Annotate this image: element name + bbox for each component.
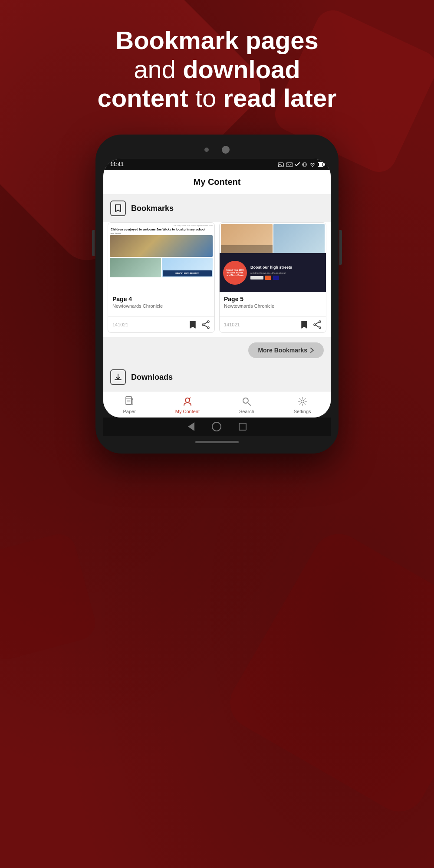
- svg-rect-3: [303, 163, 306, 166]
- card-2-footer: 141021: [220, 316, 326, 332]
- svg-rect-0: [278, 163, 283, 167]
- nav-item-my-content[interactable]: My Content: [175, 396, 200, 414]
- share-icon: [202, 320, 210, 329]
- phone-top-bar: [103, 142, 331, 159]
- app-title: My Content: [194, 177, 241, 187]
- bookmark-filled-icon-2: [301, 320, 308, 329]
- cards-grid: The Body Coach visits school to promote …: [103, 222, 331, 337]
- card-1-bookmark-btn[interactable]: [188, 320, 197, 329]
- more-bookmarks-wrapper: More Bookmarks: [103, 337, 331, 363]
- gear-icon: [298, 397, 307, 406]
- card-2-share-btn[interactable]: [313, 320, 322, 329]
- nav-paper-label: Paper: [123, 409, 135, 414]
- bookmark-card-1[interactable]: The Body Coach visits school to promote …: [108, 222, 215, 333]
- card-2-pub: Newtownards Chronicle: [224, 303, 322, 309]
- paper-icon: [125, 396, 134, 407]
- nav-settings-label: Settings: [294, 409, 311, 414]
- nav-my-content-label: My Content: [175, 409, 200, 414]
- status-icons: [278, 162, 324, 167]
- card-1-share-btn[interactable]: [201, 320, 210, 329]
- phone-wrapper: 11:41: [0, 135, 434, 454]
- more-bookmarks-label: More Bookmarks: [258, 347, 307, 354]
- bookmark-card-2[interactable]: Spend your £100 voucher in Ards and Nort…: [219, 222, 326, 333]
- bottom-nav: Paper My Content: [103, 391, 331, 418]
- headline-line3-bold2: read later: [223, 84, 336, 112]
- card-1-info: Page 4 Newtownards Chronicle: [108, 292, 214, 312]
- card-1-page: Page 4: [112, 296, 210, 302]
- svg-line-8: [204, 325, 207, 327]
- home-indicator: [195, 441, 239, 443]
- status-check-icon: [295, 162, 300, 167]
- nav-item-paper[interactable]: Paper: [123, 396, 135, 414]
- nav-item-search[interactable]: Search: [239, 396, 254, 414]
- svg-line-17: [248, 403, 251, 406]
- svg-line-12: [316, 322, 319, 324]
- nav-search-icon: [241, 396, 252, 407]
- nav-paper-icon: [124, 396, 135, 407]
- status-wifi-icon: [309, 162, 316, 167]
- card-2-date: 141021: [224, 322, 240, 327]
- phone-home-bar: [103, 418, 331, 436]
- bookmarks-section-header: Bookmarks: [103, 194, 331, 222]
- phone-bottom: [103, 436, 331, 446]
- card-1-footer: 141021: [108, 316, 214, 332]
- card-2-page: Page 5: [224, 296, 322, 302]
- app-header: My Content: [103, 170, 331, 194]
- svg-point-9: [319, 321, 321, 322]
- nav-settings-icon: [297, 396, 308, 407]
- card-1-date: 141021: [112, 322, 128, 327]
- svg-line-7: [204, 322, 207, 324]
- bookmark-icon: [115, 204, 122, 213]
- bookmark-filled-icon: [189, 320, 196, 329]
- bookmark-section-icon: [110, 201, 126, 216]
- svg-point-5: [202, 324, 204, 326]
- svg-point-11: [319, 327, 321, 329]
- status-bar: 11:41: [103, 159, 331, 170]
- card-2-image: Spend your £100 voucher in Ards and Nort…: [220, 223, 326, 292]
- svg-rect-14: [126, 397, 132, 404]
- share-icon-2: [313, 320, 321, 329]
- back-button[interactable]: [188, 422, 194, 431]
- svg-point-4: [207, 321, 209, 322]
- chevron-right-icon: [310, 347, 314, 353]
- app-body: Bookmarks The Body Coach visits school t…: [103, 194, 331, 418]
- card-2-actions[interactable]: [300, 320, 322, 329]
- bookmarks-cards: The Body Coach visits school to promote …: [103, 222, 331, 363]
- status-battery-icon: [318, 162, 324, 167]
- headline-line2-bold: download: [183, 55, 300, 83]
- downloads-section-header: Downloads: [103, 363, 331, 391]
- recents-button[interactable]: [239, 423, 247, 431]
- home-button[interactable]: [212, 422, 221, 431]
- nav-item-settings[interactable]: Settings: [294, 396, 311, 414]
- svg-point-18: [301, 400, 304, 403]
- status-time: 11:41: [110, 161, 124, 168]
- headline-line2-light: and: [134, 55, 183, 83]
- phone-mockup: 11:41: [95, 135, 339, 454]
- headline-line3-light: to: [188, 84, 224, 112]
- status-vibrate-icon: [302, 162, 307, 167]
- downloads-title: Downloads: [131, 373, 173, 382]
- headline-line1: Bookmark pages: [115, 26, 318, 54]
- phone-screen: 11:41: [103, 159, 331, 418]
- card-1-pub: Newtownards Chronicle: [112, 303, 210, 309]
- page4-newspaper: The Body Coach visits school to promote …: [108, 223, 214, 292]
- svg-point-10: [314, 324, 316, 326]
- bookmarks-title: Bookmarks: [131, 204, 174, 213]
- card-1-image: The Body Coach visits school to promote …: [108, 223, 214, 292]
- card-2-advert-text: Boost our high streets: [250, 265, 292, 270]
- phone-dot-left: [204, 148, 209, 152]
- card-1-actions[interactable]: [188, 320, 210, 329]
- status-photo-icon: [278, 162, 284, 167]
- headline: Bookmark pages and download content to r…: [0, 0, 434, 130]
- more-bookmarks-button[interactable]: More Bookmarks: [248, 342, 324, 358]
- download-icon: [114, 373, 122, 381]
- phone-camera: [222, 146, 230, 154]
- search-icon: [242, 397, 251, 406]
- headline-line3-bold: content: [97, 84, 188, 112]
- card-2-bookmark-btn[interactable]: [300, 320, 309, 329]
- status-mail-icon: [286, 162, 293, 167]
- nav-search-label: Search: [239, 409, 254, 414]
- card1-headline: Children overjoyed to welcome Joe Wicks …: [110, 227, 213, 232]
- card1-photo-top: [110, 235, 213, 257]
- svg-line-13: [316, 325, 319, 327]
